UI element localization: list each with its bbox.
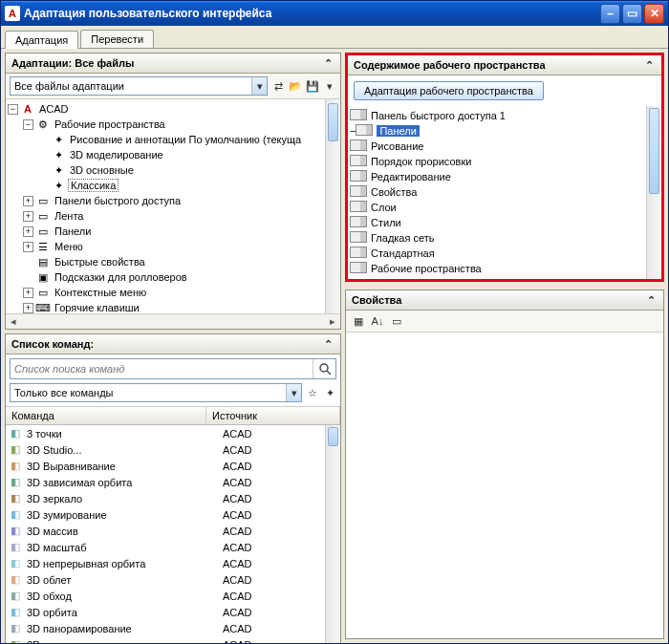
col-command[interactable]: Команда: [6, 407, 206, 424]
customization-file-combo[interactable]: Все файлы адаптации ▾: [10, 76, 268, 96]
save-icon[interactable]: 💾: [306, 79, 319, 93]
workspace-scrollbar[interactable]: [646, 106, 661, 279]
panel-icon: [350, 155, 371, 168]
collapse-icon[interactable]: ⌃: [644, 293, 658, 307]
tree-ctxmenu[interactable]: Контекстные меню: [53, 287, 148, 298]
workspace-item[interactable]: Порядок прорисовки: [350, 154, 659, 169]
command-icon: ◧: [8, 443, 23, 457]
titlebar: A Адаптация пользовательского интерфейса…: [1, 1, 668, 26]
chevron-down-icon[interactable]: ▾: [251, 77, 267, 95]
command-row[interactable]: ◧3D обходACAD: [6, 588, 340, 604]
command-row[interactable]: ◧3D зависимая орбитаACAD: [6, 474, 340, 490]
command-name: 3D масштаб: [27, 542, 223, 553]
workspace-item[interactable]: Слои: [350, 200, 659, 215]
command-source: ACAD: [223, 623, 340, 634]
expand-toggle[interactable]: +: [23, 242, 33, 252]
window-title: Адаптация пользовательского интерфейса: [24, 7, 600, 20]
expand-toggle[interactable]: +: [23, 196, 33, 206]
tree-quickaccess[interactable]: Панели быстрого доступа: [53, 195, 183, 206]
command-row[interactable]: ◧3D зеркалоACAD: [6, 490, 340, 506]
chevron-down-icon[interactable]: ▾: [286, 384, 301, 401]
tree-ws2[interactable]: 3D моделирование: [68, 149, 165, 161]
tree-hotkeys[interactable]: Горячие клавиши: [53, 302, 141, 313]
collapse-icon[interactable]: ⌃: [321, 337, 334, 351]
tab-translate[interactable]: Перевести: [80, 30, 154, 48]
tab-adapt[interactable]: Адаптация: [5, 31, 78, 49]
workspace-item[interactable]: Стили: [350, 215, 659, 230]
dropdown-icon[interactable]: ▾: [323, 79, 336, 93]
commands-table-body[interactable]: ◧3 точкиACAD◧3D Studio...ACAD◧3D Выравни…: [6, 425, 340, 643]
command-row[interactable]: ◧3 точкиACAD: [6, 425, 340, 441]
customizations-tree[interactable]: −AACAD −⚙Рабочие пространства ✦Рисование…: [6, 99, 340, 313]
context-icon: ▭: [35, 286, 51, 299]
workspace-item[interactable]: Рабочие пространства: [350, 261, 659, 276]
tree-workspaces[interactable]: Рабочие пространства: [53, 118, 167, 130]
command-row[interactable]: ◧3D облетACAD: [6, 571, 340, 588]
app-icon: A: [5, 6, 20, 21]
workspace-tree[interactable]: Панель быстрого доступа 1 −Панели Рисова…: [348, 106, 661, 279]
ws-panels-selected[interactable]: Панели: [377, 125, 419, 137]
tree-ribbon[interactable]: Лента: [53, 210, 85, 222]
tree-ws4-selected[interactable]: Классика: [68, 179, 119, 192]
command-search[interactable]: [10, 358, 336, 379]
command-row[interactable]: ◧3D переносACAD: [6, 636, 340, 643]
panels-icon: [356, 124, 377, 138]
command-row[interactable]: ◧3D панорамированиеACAD: [6, 620, 340, 636]
command-source: ACAD: [223, 444, 340, 456]
expand-toggle[interactable]: +: [23, 211, 33, 222]
ws-quickaccess[interactable]: Панель быстрого доступа 1: [371, 110, 506, 121]
info-icon[interactable]: ▭: [390, 314, 403, 328]
command-row[interactable]: ◧3D ВыравниваниеACAD: [6, 458, 340, 474]
properties-header: Свойства ⌃: [346, 290, 663, 311]
tree-rollovers[interactable]: Подсказки для ролловеров: [53, 271, 189, 283]
tree-ws1[interactable]: Рисование и аннотации По умолчанию (теку…: [68, 134, 303, 145]
sort-icon[interactable]: A↓: [371, 314, 384, 328]
find-command-icon[interactable]: ✦: [323, 386, 336, 399]
command-row[interactable]: ◧3D Studio...ACAD: [6, 441, 340, 458]
transfer-icon[interactable]: ⇄: [271, 79, 285, 93]
expand-toggle[interactable]: +: [23, 288, 33, 298]
tree-menu[interactable]: Меню: [53, 241, 85, 252]
command-row[interactable]: ◧3D зумированиеACAD: [6, 506, 340, 523]
categorized-icon[interactable]: ▦: [352, 314, 365, 328]
maximize-button[interactable]: ▭: [622, 4, 642, 24]
tree-panels[interactable]: Панели: [53, 225, 93, 237]
tree-quickprops[interactable]: Быстрые свойства: [53, 256, 147, 268]
col-source[interactable]: Источник: [206, 407, 340, 424]
collapse-toggle[interactable]: −: [8, 104, 18, 115]
collapse-toggle[interactable]: −: [23, 119, 33, 130]
commands-table: Команда Источник ◧3 точкиACAD◧3D Studio.…: [6, 406, 340, 643]
command-row[interactable]: ◧3D массивACAD: [6, 523, 340, 539]
minimize-button[interactable]: –: [600, 4, 620, 24]
collapse-icon[interactable]: ⌃: [642, 58, 656, 72]
tree-acad[interactable]: ACAD: [37, 103, 71, 115]
tree-ws3[interactable]: 3D основные: [68, 164, 136, 176]
expand-toggle[interactable]: +: [23, 226, 33, 237]
workspace-item[interactable]: Стандартная: [350, 246, 659, 261]
search-button[interactable]: [313, 359, 335, 378]
command-row[interactable]: ◧3D масштабACAD: [6, 539, 340, 555]
workspace-contents-header: Содержимое рабочего пространства ⌃: [348, 55, 661, 75]
search-icon: [318, 362, 332, 376]
workspace-item[interactable]: Рисование: [350, 139, 659, 154]
tree-scrollbar[interactable]: [325, 99, 340, 313]
search-input[interactable]: [11, 363, 313, 375]
workspace-item[interactable]: Гладкая сеть: [350, 230, 659, 246]
command-icon: ◧: [8, 557, 23, 570]
workspace-item[interactable]: Редактирование: [350, 169, 659, 184]
command-row[interactable]: ◧3D орбитаACAD: [6, 604, 340, 620]
workspace-item-label: Порядок прорисовки: [371, 156, 471, 167]
open-icon[interactable]: 📂: [289, 79, 302, 93]
command-icon: ◧: [8, 476, 23, 489]
collapse-icon[interactable]: ⌃: [321, 56, 334, 70]
new-command-icon[interactable]: ☆: [306, 386, 319, 399]
commands-scrollbar[interactable]: [325, 425, 340, 643]
command-source: ACAD: [223, 607, 340, 618]
workspace-item[interactable]: Свойства: [350, 184, 659, 200]
command-row[interactable]: ◧3D непрерывная орбитаACAD: [6, 555, 340, 571]
command-filter-combo[interactable]: Только все команды ▾: [10, 383, 302, 402]
customize-workspace-button[interactable]: Адаптация рабочего пространства: [354, 81, 544, 100]
expand-toggle[interactable]: +: [23, 303, 33, 313]
close-button[interactable]: ✕: [644, 4, 664, 24]
tree-hscroll[interactable]: ◂▸: [6, 313, 340, 329]
